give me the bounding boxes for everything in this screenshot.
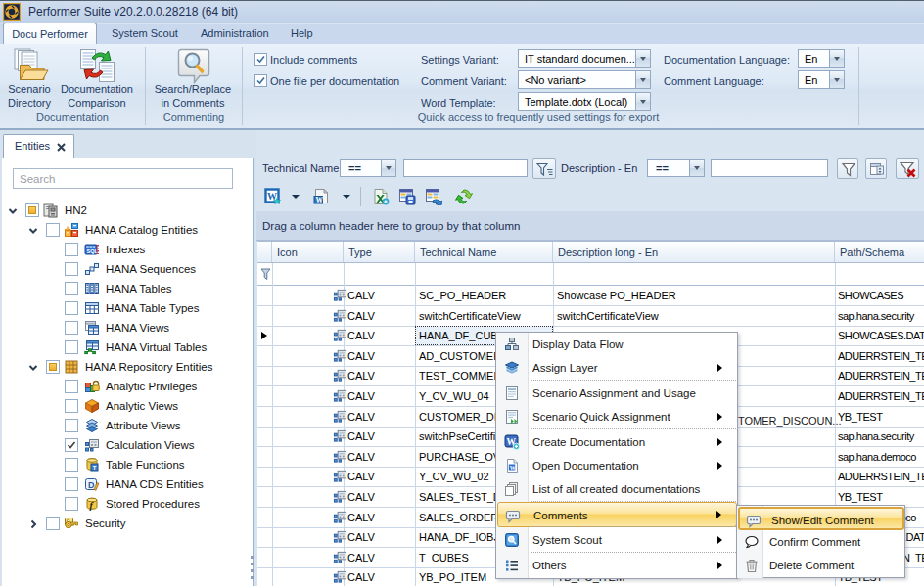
svg-text:T: T [93, 465, 97, 471]
svg-text:SQL: SQL [87, 248, 99, 254]
svg-text:D: D [88, 480, 95, 490]
svg-text:W: W [315, 196, 323, 204]
svg-text:W: W [510, 465, 516, 471]
